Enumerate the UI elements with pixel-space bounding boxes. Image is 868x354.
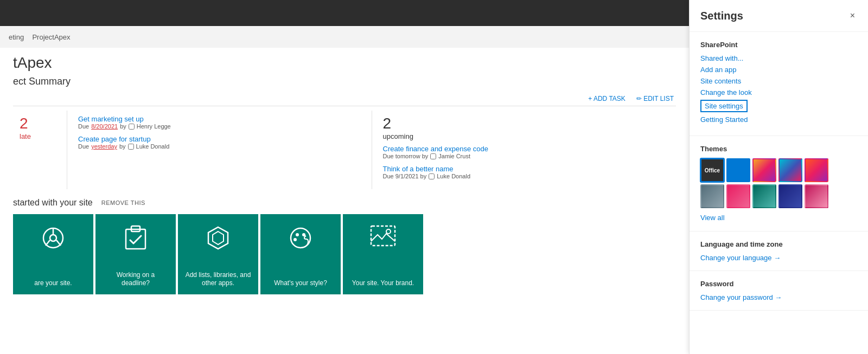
getting-started-section: started with your site REMOVE THIS are y… — [0, 189, 689, 294]
page-title: tApex — [0, 48, 689, 74]
remove-this-button[interactable]: REMOVE THIS — [101, 199, 145, 206]
themes-grid: Office — [700, 158, 857, 208]
table-row: Create page for startup Due yesterday by… — [78, 135, 361, 150]
upcoming-count: 2 — [383, 115, 666, 132]
image-icon — [370, 225, 396, 252]
task-list-header: + ADD TASK ✏ EDIT LIST — [0, 92, 689, 106]
task-name-4[interactable]: Think of a better name — [383, 165, 666, 173]
theme-blue[interactable] — [726, 158, 750, 182]
upcoming-label: upcoming — [383, 132, 666, 140]
theme-pink[interactable] — [726, 184, 750, 208]
palette-icon — [288, 225, 314, 256]
svg-line-6 — [56, 240, 61, 246]
task-meta-3: Due tomorrow by Jamie Crust — [383, 153, 666, 159]
upcoming-column: 2 upcoming Create finance and expense co… — [372, 111, 676, 189]
task-due-date-1[interactable]: 8/20/2021 — [91, 123, 118, 130]
tile-label-deadline: Working on a deadline? — [102, 271, 169, 288]
svg-rect-7 — [126, 229, 145, 249]
task-checkbox-4[interactable] — [429, 173, 435, 179]
themes-section: Themes Office View all — [690, 136, 868, 231]
section-title: ect Summary — [0, 74, 689, 92]
site-settings-link[interactable]: Site settings — [700, 100, 748, 112]
theme-colorful3[interactable] — [805, 158, 828, 182]
theme-landscape[interactable] — [700, 184, 724, 208]
svg-line-5 — [46, 240, 50, 246]
settings-panel: Settings × SharePoint Shared with... Add… — [689, 0, 868, 354]
tile-deadline[interactable]: Working on a deadline? — [95, 214, 176, 294]
main-content: tApex ect Summary + ADD TASK ✏ EDIT LIST… — [0, 48, 689, 354]
task-name-2[interactable]: Create page for startup — [78, 135, 361, 143]
tile-style[interactable]: What's your style? — [260, 214, 341, 294]
svg-marker-10 — [213, 231, 224, 244]
task-meta-2: Due yesterday by Luke Donald — [78, 143, 361, 150]
svg-marker-9 — [208, 227, 228, 249]
tiles-row: are your site. Working on a deadline? — [13, 214, 676, 294]
password-section-title: Password — [700, 280, 857, 288]
task-name-1[interactable]: Get marketing set up — [78, 115, 361, 123]
task-due-date-2[interactable]: yesterday — [91, 143, 117, 150]
task-checkbox-3[interactable] — [430, 153, 436, 159]
table-row: Create finance and expense code Due tomo… — [383, 145, 666, 159]
table-row: Think of a better name Due 9/1/2021 by L… — [383, 165, 666, 179]
theme-colorful2[interactable] — [778, 158, 802, 182]
tile-label-share: are your site. — [34, 279, 72, 288]
svg-point-16 — [386, 229, 391, 234]
themes-section-title: Themes — [700, 145, 857, 153]
shared-with-link[interactable]: Shared with... — [700, 54, 857, 62]
change-password-link[interactable]: Change your password → — [700, 293, 857, 301]
task-meta-1: Due 8/20/2021 by Henry Legge — [78, 123, 361, 130]
tile-label-apps: Add lists, libraries, and other apps. — [184, 271, 252, 288]
settings-header: Settings × — [690, 0, 868, 32]
svg-point-14 — [293, 238, 297, 241]
getting-started-link[interactable]: Getting Started — [700, 115, 857, 124]
password-section: Password Change your password → — [690, 271, 868, 311]
late-label: late — [20, 132, 60, 140]
view-all-link[interactable]: View all — [700, 214, 725, 222]
task-section: 2 late Get marketing set up Due 8/20/202… — [13, 106, 676, 189]
task-checkbox-2[interactable] — [128, 144, 134, 150]
late-column: 2 late — [13, 111, 67, 189]
tile-label-brand: Your site. Your brand. — [352, 279, 414, 288]
getting-started-header: started with your site REMOVE THIS — [13, 198, 676, 208]
theme-office[interactable]: Office — [700, 158, 724, 182]
tile-apps[interactable]: Add lists, libraries, and other apps. — [178, 214, 258, 294]
task-meta-4: Due 9/1/2021 by Luke Donald — [383, 173, 666, 179]
settings-title: Settings — [700, 10, 743, 22]
tile-brand[interactable]: Your site. Your brand. — [343, 214, 423, 294]
language-section-title: Language and time zone — [700, 240, 857, 248]
hexagon-icon — [206, 225, 230, 256]
late-count: 2 — [20, 115, 60, 132]
language-section: Language and time zone Change your langu… — [690, 231, 868, 271]
sharepoint-section: SharePoint Shared with... Add an app Sit… — [690, 32, 868, 136]
theme-teal[interactable] — [752, 184, 776, 208]
sharepoint-section-title: SharePoint — [700, 41, 857, 49]
tile-share[interactable]: are your site. — [13, 214, 93, 294]
table-row: Get marketing set up Due 8/20/2021 by He… — [78, 115, 361, 130]
clipboard-icon — [124, 225, 148, 256]
site-contents-link[interactable]: Site contents — [700, 77, 857, 85]
add-task-button[interactable]: + ADD TASK — [586, 94, 628, 104]
svg-rect-15 — [371, 226, 395, 246]
edit-list-button[interactable]: ✏ EDIT LIST — [634, 94, 676, 104]
getting-started-title: started with your site — [13, 198, 93, 208]
change-the-look-link[interactable]: Change the look — [700, 88, 857, 96]
share-icon — [40, 225, 66, 256]
add-an-app-link[interactable]: Add an app — [700, 66, 857, 74]
breadcrumb-item-1[interactable]: eting — [9, 33, 24, 41]
task-checkbox-1[interactable] — [129, 124, 135, 130]
breadcrumb-item-2[interactable]: ProjectApex — [32, 33, 70, 41]
late-items: Get marketing set up Due 8/20/2021 by He… — [67, 111, 372, 189]
tile-label-style: What's your style? — [274, 279, 327, 288]
close-button[interactable]: × — [848, 9, 857, 23]
theme-colorful1[interactable] — [752, 158, 776, 182]
svg-point-3 — [50, 235, 56, 241]
change-language-link[interactable]: Change your language → — [700, 254, 857, 262]
svg-point-12 — [296, 233, 299, 236]
task-name-3[interactable]: Create finance and expense code — [383, 145, 666, 153]
theme-rose[interactable] — [805, 184, 828, 208]
theme-dark[interactable] — [778, 184, 802, 208]
